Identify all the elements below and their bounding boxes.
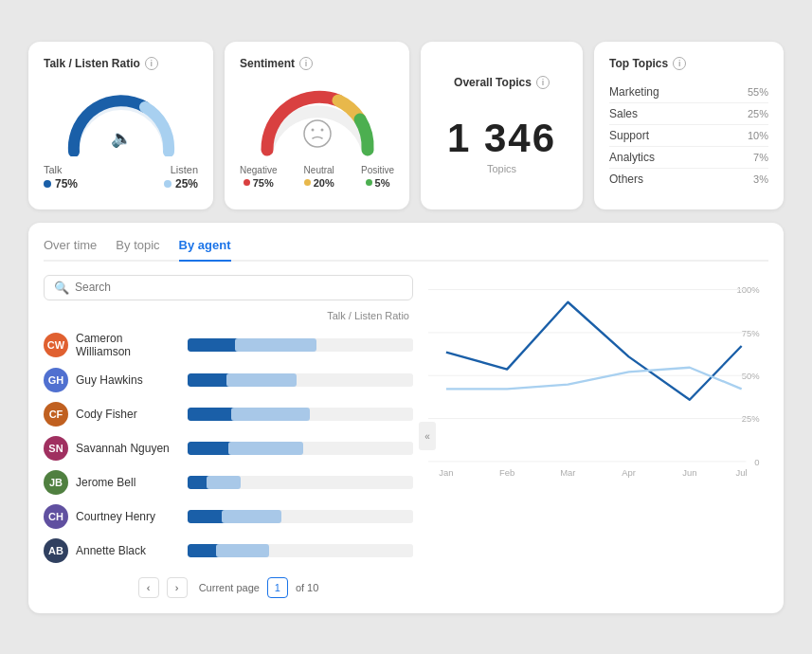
agent-row: CW Cameron Williamson (44, 327, 413, 363)
agent-bar (188, 442, 413, 455)
agent-row: JB Jerome Bell (44, 465, 413, 500)
talk-listen-info-icon[interactable]: i (145, 57, 158, 70)
current-page: 1 (267, 577, 288, 598)
agent-bar (188, 338, 413, 352)
listen-dot (164, 180, 171, 188)
agent-row: CH Courtney Henry (44, 500, 413, 534)
svg-text:Feb: Feb (499, 467, 514, 478)
agent-name: Guy Hawkins (76, 373, 180, 387)
bar-light (222, 510, 281, 523)
topics-sub-label: Topics (487, 163, 516, 174)
talk-listen-gauge: 🔈 Talk 75% Listen 25% (44, 82, 198, 194)
avatar: CW (44, 333, 68, 357)
svg-text:🔈: 🔈 (111, 128, 133, 149)
negative-dot (244, 179, 250, 186)
agent-name: Jerome Bell (76, 476, 180, 489)
bottom-content: 🔍 Talk / Listen Ratio CW Cameron William… (44, 275, 768, 598)
list-header: Talk / Listen Ratio (44, 310, 413, 321)
talk-dot (44, 180, 51, 188)
agent-name: Cody Fisher (76, 408, 180, 421)
topic-row: Sales25% (609, 103, 768, 125)
bar-light (228, 442, 303, 455)
tabs-row: Over time By topic By agent (44, 238, 768, 262)
agent-list: 🔍 Talk / Listen Ratio CW Cameron William… (44, 275, 413, 598)
avatar: GH (44, 368, 68, 392)
top-topics-list: Marketing55%Sales25%Support10%Analytics7… (609, 82, 768, 190)
neutral-dot (304, 179, 311, 186)
talk-listen-card: Talk / Listen Ratio i 🔈 Talk (28, 42, 213, 209)
agents-container: CW Cameron Williamson GH Guy Hawkins CF … (44, 327, 413, 568)
talk-listen-gauge-svg: 🔈 (60, 85, 183, 156)
top-topics-info-icon[interactable]: i (673, 57, 686, 70)
search-input[interactable] (75, 281, 403, 294)
dashboard: Talk / Listen Ratio i 🔈 Talk (19, 32, 793, 623)
svg-text:Jan: Jan (439, 467, 453, 478)
agent-bar (188, 408, 413, 421)
bar-light (226, 373, 297, 387)
collapse-button[interactable]: « (419, 422, 436, 450)
agent-name: Savannah Nguyen (76, 442, 180, 455)
agent-bar (188, 544, 413, 557)
agent-bar (188, 476, 413, 489)
svg-text:Mar: Mar (560, 467, 575, 478)
prev-page-button[interactable]: ‹ (138, 577, 159, 598)
bottom-panel: Over time By topic By agent 🔍 Talk / Lis… (28, 223, 784, 613)
negative-label: Negative 75% (240, 165, 277, 189)
top-topics-card: Top Topics i Marketing55%Sales25%Support… (594, 42, 784, 209)
neutral-label: Neutral 20% (304, 165, 334, 189)
sentiment-gauge: Negative 75% Neutral 20% (240, 82, 394, 189)
sentiment-gauge-svg (256, 82, 379, 157)
agent-bar (188, 510, 413, 523)
avatar: CH (44, 504, 68, 529)
bar-light (216, 544, 269, 557)
svg-point-3 (320, 128, 323, 131)
svg-point-1 (304, 120, 331, 147)
svg-text:Apr: Apr (622, 467, 636, 478)
bar-light (207, 476, 241, 489)
tab-by-topic[interactable]: By topic (116, 238, 159, 262)
sentiment-info-icon[interactable]: i (299, 57, 313, 70)
top-topics-title: Top Topics i (609, 57, 768, 70)
talk-label: Talk 75% (44, 164, 78, 191)
agent-row: GH Guy Hawkins (44, 363, 413, 397)
avatar: JB (44, 470, 68, 495)
svg-point-2 (311, 128, 314, 131)
overall-topics-card: Overall Topics i 1 346 Topics (421, 42, 583, 209)
agent-name: Cameron Williamson (76, 332, 180, 358)
topics-number: 1 346 (447, 116, 556, 161)
agent-bar (188, 373, 413, 387)
avatar: AB (44, 538, 68, 563)
agent-row: CF Cody Fisher (44, 397, 413, 431)
pagination: ‹ › Current page 1 of 10 (44, 577, 413, 598)
top-cards-row: Talk / Listen Ratio i 🔈 Talk (28, 42, 784, 209)
svg-text:Jun: Jun (682, 467, 696, 478)
bar-light (231, 408, 310, 421)
positive-label: Positive 5% (361, 165, 394, 189)
tab-over-time[interactable]: Over time (44, 238, 97, 262)
positive-dot (366, 179, 372, 186)
chart-area: « 100% 75% 50% 25% 0 (428, 275, 768, 598)
search-icon: 🔍 (54, 281, 69, 295)
next-page-button[interactable]: › (167, 577, 188, 598)
search-box[interactable]: 🔍 (44, 275, 413, 300)
svg-text:0: 0 (754, 456, 759, 466)
topic-row: Marketing55% (609, 82, 768, 103)
agent-row: SN Savannah Nguyen (44, 431, 413, 465)
topic-row: Support10% (609, 125, 768, 147)
agent-row: AB Annette Black (44, 534, 413, 568)
topic-row: Others3% (609, 169, 768, 190)
sentiment-title: Sentiment i (240, 57, 394, 70)
overall-topics-title: Overall Topics i (454, 76, 550, 89)
agent-name: Annette Black (76, 544, 180, 557)
agent-name: Courtney Henry (76, 510, 180, 523)
sentiment-card: Sentiment i (225, 42, 409, 209)
listen-label: Listen 25% (164, 164, 198, 191)
tab-by-agent[interactable]: By agent (179, 238, 231, 262)
bar-light (235, 338, 316, 352)
line-chart: 100% 75% 50% 25% 0 (428, 275, 768, 483)
sentiment-labels: Negative 75% Neutral 20% (240, 165, 394, 189)
talk-listen-title: Talk / Listen Ratio i (44, 57, 198, 70)
svg-text:Jul: Jul (736, 467, 748, 478)
topic-row: Analytics7% (609, 147, 768, 169)
overall-topics-info-icon[interactable]: i (536, 76, 550, 89)
